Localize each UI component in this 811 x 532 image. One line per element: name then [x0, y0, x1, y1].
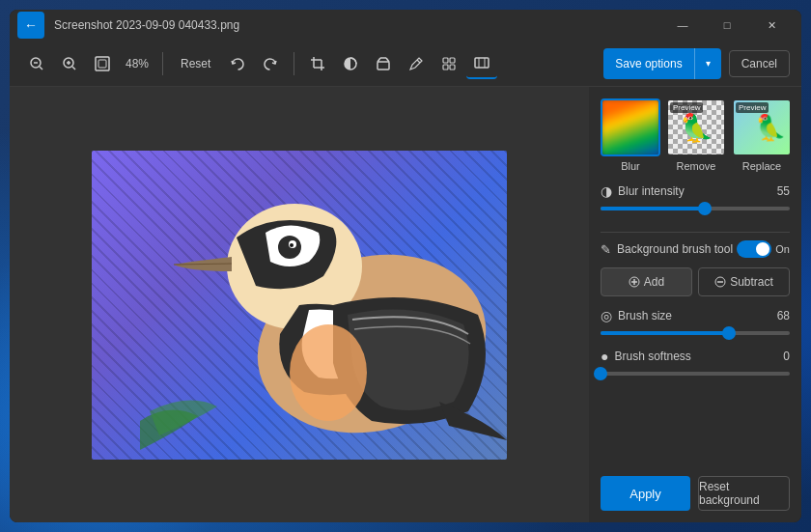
svg-line-19	[417, 60, 420, 63]
svg-line-2	[40, 67, 42, 70]
toggle-state-label: On	[775, 243, 790, 255]
toolbar: 48% Reset	[10, 41, 801, 87]
add-subtract-row: Add Subtract	[601, 267, 790, 296]
brush-size-icon: ◎	[601, 308, 612, 323]
save-options-label: Save options	[603, 51, 693, 76]
replace-option[interactable]: 🦜 Preview Replace	[732, 98, 792, 172]
brush-size-label: Brush size	[618, 309, 777, 322]
remove-preview-badge: Preview	[670, 102, 703, 113]
blur-intensity-slider[interactable]	[601, 207, 790, 210]
brush-size-row: ◎ Brush size 68	[601, 308, 790, 323]
blur-label: Blur	[621, 160, 640, 172]
maximize-button[interactable]: □	[705, 10, 749, 41]
fit-view-button[interactable]	[87, 48, 118, 79]
panel-divider-1	[601, 232, 790, 233]
toolbar-left: 48% Reset	[21, 48, 603, 79]
toolbar-divider-1	[162, 52, 163, 75]
brush-softness-value: 0	[783, 350, 790, 363]
cancel-button[interactable]: Cancel	[729, 50, 790, 77]
undo-button[interactable]	[222, 48, 253, 79]
blur-intensity-row: ◑ Blur intensity 55	[601, 183, 790, 199]
replace-preview-badge: Preview	[736, 102, 769, 113]
brush-tool-toggle[interactable]: On	[737, 240, 790, 258]
save-options-dropdown-arrow[interactable]: ▾	[694, 48, 721, 79]
svg-rect-21	[450, 58, 455, 63]
svg-point-29	[278, 236, 301, 259]
zoom-in-button[interactable]	[54, 48, 85, 79]
reset-button[interactable]: Reset	[171, 53, 220, 74]
more-tools-button[interactable]	[433, 48, 464, 79]
toggle-knob	[756, 242, 769, 256]
zoom-out-button[interactable]	[21, 48, 52, 79]
brush-softness-icon: ●	[601, 349, 608, 364]
right-panel: Blur 🦜 Preview Remove	[589, 87, 801, 522]
brush-softness-slider[interactable]	[601, 372, 790, 376]
blur-intensity-fill	[601, 207, 705, 210]
bird-image	[92, 151, 507, 460]
reset-background-button[interactable]: Reset background	[698, 476, 790, 511]
brush-tool-row: ✎ Background brush tool On	[601, 240, 790, 258]
brush-size-slider[interactable]	[601, 331, 790, 335]
brush-tool-label: Background brush tool	[617, 242, 737, 256]
svg-point-31	[290, 243, 294, 247]
brush-size-value: 68	[777, 309, 790, 322]
apply-button[interactable]: Apply	[601, 476, 690, 511]
blur-intensity-value: 55	[777, 184, 790, 198]
add-label: Add	[644, 275, 664, 289]
add-button[interactable]: Add	[601, 267, 692, 296]
remove-preview-image: 🦜	[680, 112, 713, 144]
subtract-button[interactable]: Subtract	[698, 267, 790, 296]
blur-intensity-icon: ◑	[601, 183, 612, 199]
svg-rect-7	[96, 57, 109, 70]
image-canvas	[92, 151, 507, 460]
erase-button[interactable]	[368, 48, 399, 79]
brush-icon: ✎	[601, 242, 611, 257]
crop-button[interactable]	[302, 48, 333, 79]
draw-button[interactable]	[401, 48, 432, 79]
window-controls: — □ ✕	[660, 10, 794, 41]
toolbar-divider-2	[294, 52, 294, 75]
svg-rect-15	[378, 62, 389, 70]
svg-rect-8	[98, 60, 106, 68]
brush-softness-row: ● Brush softness 0	[601, 349, 790, 364]
adjust-button[interactable]	[335, 48, 366, 79]
brush-softness-label: Brush softness	[614, 350, 783, 363]
brush-size-thumb[interactable]	[722, 326, 736, 340]
svg-rect-20	[443, 58, 448, 63]
brush-size-fill	[601, 331, 729, 335]
replace-label: Replace	[742, 160, 781, 172]
subtract-label: Subtract	[730, 275, 773, 289]
svg-point-33	[290, 324, 367, 421]
frames-button[interactable]	[466, 48, 497, 79]
remove-option[interactable]: 🦜 Preview Remove	[666, 98, 726, 172]
svg-rect-24	[475, 58, 489, 68]
blur-preview-image	[601, 98, 660, 156]
toggle-track[interactable]	[737, 240, 771, 258]
save-options-button[interactable]: Save options ▾	[603, 48, 720, 79]
filename-label: Screenshot 2023-09-09 040433.png	[54, 18, 660, 32]
close-button[interactable]: ✕	[749, 10, 794, 41]
blur-option[interactable]: Blur	[601, 98, 660, 172]
remove-thumbnail: 🦜 Preview	[666, 98, 726, 156]
background-options: Blur 🦜 Preview Remove	[601, 98, 790, 172]
title-bar: ← Screenshot 2023-09-09 040433.png — □ ✕	[10, 10, 801, 41]
redo-button[interactable]	[255, 48, 286, 79]
app-window: ← Screenshot 2023-09-09 040433.png — □ ✕	[10, 10, 801, 522]
svg-line-6	[72, 67, 75, 70]
blur-thumbnail	[601, 98, 660, 156]
bottom-buttons: Apply Reset background	[601, 464, 790, 511]
canvas-area[interactable]	[10, 87, 589, 522]
zoom-level: 48%	[120, 57, 154, 70]
toolbar-right: Save options ▾ Cancel	[603, 48, 790, 79]
back-button[interactable]: ←	[17, 12, 44, 39]
blur-intensity-thumb[interactable]	[698, 202, 712, 215]
replace-thumbnail: 🦜 Preview	[732, 98, 792, 156]
remove-label: Remove	[677, 160, 716, 172]
main-content: Blur 🦜 Preview Remove	[10, 87, 801, 522]
brush-softness-thumb[interactable]	[594, 367, 607, 380]
svg-rect-22	[443, 65, 448, 70]
minimize-button[interactable]: —	[660, 10, 705, 41]
blur-intensity-label: Blur intensity	[618, 184, 777, 198]
svg-rect-23	[450, 65, 455, 70]
